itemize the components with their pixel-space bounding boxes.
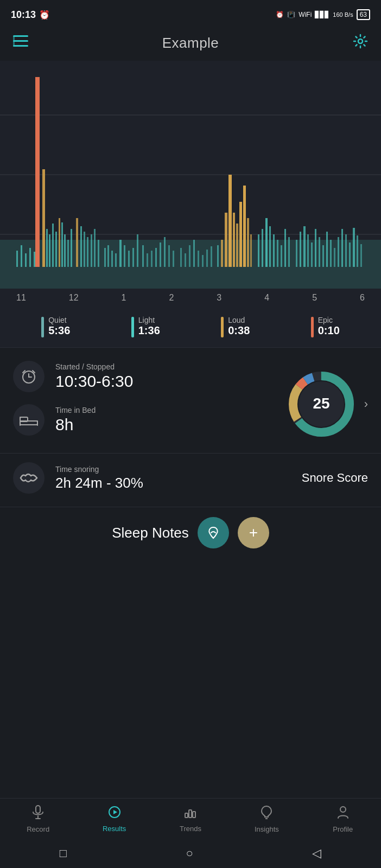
svg-rect-10 <box>16 251 18 267</box>
battery-icon: 63 <box>357 9 370 20</box>
svg-rect-15 <box>35 77 40 267</box>
svg-rect-75 <box>284 229 286 267</box>
svg-rect-39 <box>128 251 130 267</box>
battery-level: 63 <box>360 11 367 18</box>
started-value: 10:30-6:30 <box>55 372 278 391</box>
svg-rect-24 <box>67 240 69 267</box>
settings-icon[interactable] <box>353 34 368 52</box>
vibrate-icon: 📳 <box>287 11 295 18</box>
nav-back-button[interactable]: ◁ <box>312 846 321 860</box>
svg-rect-14 <box>34 252 35 267</box>
legend-label-loud: Loud <box>228 316 250 324</box>
legend-bar-epic <box>311 317 314 337</box>
svg-rect-55 <box>202 255 204 267</box>
svg-rect-22 <box>61 222 63 267</box>
svg-rect-57 <box>211 246 212 267</box>
svg-rect-50 <box>180 248 182 267</box>
time-in-bed-value: 8h <box>55 416 278 434</box>
snore-label: Time snoring <box>55 465 291 474</box>
nav-item-profile[interactable]: Profile <box>321 805 365 833</box>
svg-rect-36 <box>115 253 117 267</box>
app-title: Example <box>162 35 219 52</box>
started-stopped-row: Started / Stopped 10:30-6:30 <box>13 361 278 392</box>
svg-rect-71 <box>269 226 271 267</box>
sleep-notes-icon-button[interactable] <box>198 517 229 548</box>
svg-rect-27 <box>80 226 82 267</box>
legend-value-epic: 0:10 <box>318 324 340 337</box>
sleep-notes-section: Sleep Notes + <box>0 507 381 561</box>
svg-rect-119 <box>193 812 195 818</box>
signal-icon: ▊▊▊ <box>315 11 329 18</box>
svg-rect-83 <box>319 237 320 267</box>
app-header: Example <box>0 27 381 61</box>
x-label-2: 2 <box>169 293 174 303</box>
svg-rect-1 <box>13 40 28 42</box>
legend-value-loud: 0:38 <box>228 324 250 337</box>
svg-rect-73 <box>277 240 278 267</box>
x-label-3: 3 <box>217 293 221 303</box>
svg-rect-84 <box>322 245 324 267</box>
status-bar: 10:13 ⏰ ⏰ 📳 WiFi ▊▊▊ 160 B/s 63 <box>0 0 381 27</box>
svg-rect-58 <box>217 245 219 267</box>
bottom-nav: Record Results Trends <box>0 798 381 839</box>
person-icon <box>337 805 349 822</box>
status-icons: ⏰ 📳 WiFi ▊▊▊ 160 B/s 63 <box>276 9 370 20</box>
svg-rect-80 <box>307 234 309 267</box>
nav-item-trends[interactable]: Trends <box>169 806 212 833</box>
svg-rect-0 <box>13 35 28 37</box>
svg-rect-92 <box>353 228 355 267</box>
svg-rect-76 <box>288 237 290 267</box>
svg-rect-19 <box>52 224 54 267</box>
svg-rect-20 <box>55 232 57 267</box>
nav-square-button[interactable]: □ <box>60 846 67 860</box>
legend-bar-quiet <box>41 317 44 337</box>
nav-label-record: Record <box>27 825 49 833</box>
chevron-right-icon[interactable]: › <box>364 397 368 411</box>
svg-rect-31 <box>94 229 96 267</box>
svg-rect-67 <box>250 234 252 267</box>
svg-rect-91 <box>349 242 351 267</box>
svg-rect-44 <box>151 251 153 267</box>
nav-label-results: Results <box>103 825 126 833</box>
svg-point-122 <box>340 807 346 812</box>
nav-item-results[interactable]: Results <box>93 806 136 833</box>
menu-icon[interactable] <box>13 35 28 50</box>
add-sleep-note-button[interactable]: + <box>238 517 269 548</box>
svg-rect-89 <box>341 229 343 267</box>
svg-rect-53 <box>193 240 195 267</box>
svg-rect-78 <box>300 232 301 267</box>
x-label-6: 6 <box>360 293 365 303</box>
svg-rect-117 <box>185 813 188 818</box>
svg-rect-23 <box>64 234 66 267</box>
svg-rect-62 <box>233 213 235 267</box>
svg-rect-70 <box>265 218 268 267</box>
svg-rect-2 <box>13 45 28 47</box>
svg-rect-38 <box>124 245 125 267</box>
nav-circle-button[interactable]: ○ <box>186 846 193 860</box>
x-label-4: 4 <box>264 293 269 303</box>
legend-value-quiet: 5:36 <box>48 324 70 337</box>
svg-rect-85 <box>326 232 328 267</box>
legend-light: Light 1:36 <box>131 316 160 337</box>
svg-rect-21 <box>59 218 60 267</box>
x-label-11: 11 <box>16 293 26 303</box>
svg-rect-69 <box>262 229 263 267</box>
nav-item-insights[interactable]: Insights <box>245 805 288 833</box>
snoring-section: Time snoring 2h 24m - 30% Snore Score <box>0 454 381 507</box>
svg-rect-11 <box>21 245 22 267</box>
chart-x-axis: 11 12 1 2 3 4 5 6 <box>0 289 381 308</box>
svg-rect-112 <box>36 806 40 813</box>
legend-label-quiet: Quiet <box>48 316 70 324</box>
bed-icon-circle <box>13 404 45 436</box>
svg-rect-94 <box>360 244 362 267</box>
nav-label-insights: Insights <box>255 825 279 833</box>
svg-rect-82 <box>315 229 316 267</box>
svg-rect-32 <box>98 240 99 267</box>
alarm-icon-circle <box>13 361 45 392</box>
svg-rect-90 <box>345 234 347 267</box>
svg-rect-79 <box>303 226 306 267</box>
svg-rect-81 <box>311 242 313 267</box>
svg-rect-61 <box>228 175 232 267</box>
svg-rect-93 <box>357 235 358 267</box>
nav-item-record[interactable]: Record <box>16 805 60 833</box>
